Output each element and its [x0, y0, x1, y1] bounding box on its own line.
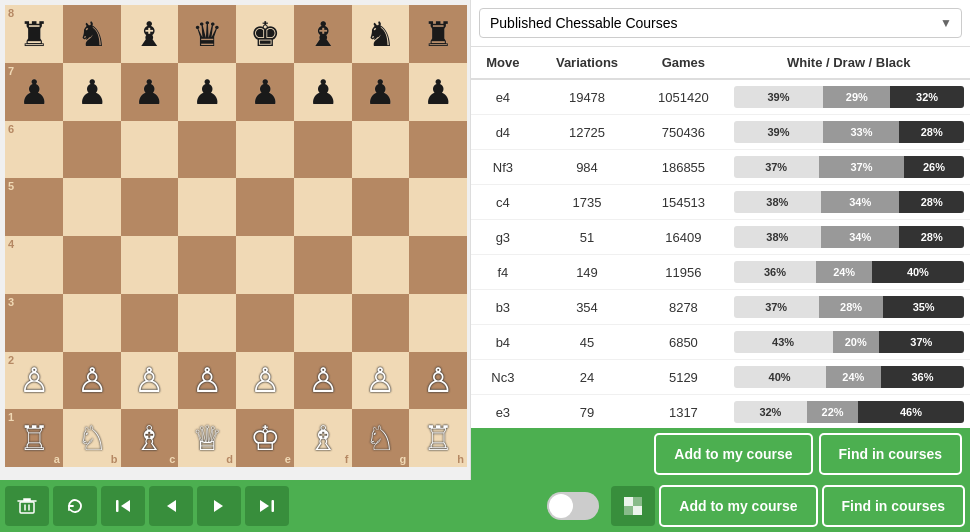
square-e4[interactable] [236, 236, 294, 294]
square-g8[interactable]: ♞ [352, 5, 410, 63]
table-row[interactable]: e379131732%22%46% [471, 395, 970, 429]
square-c6[interactable] [121, 121, 179, 179]
square-h3[interactable] [409, 294, 467, 352]
square-b5[interactable] [63, 178, 121, 236]
square-a6[interactable]: 6 [5, 121, 63, 179]
square-g2[interactable]: ♙ [352, 352, 410, 410]
square-c3[interactable] [121, 294, 179, 352]
table-row[interactable]: b3354827837%28%35% [471, 290, 970, 325]
square-f6[interactable] [294, 121, 352, 179]
square-h1[interactable]: h♖ [409, 409, 467, 467]
square-h5[interactable] [409, 178, 467, 236]
square-d1[interactable]: d♕ [178, 409, 236, 467]
variations-cell: 79 [535, 395, 640, 429]
square-b1[interactable]: b♘ [63, 409, 121, 467]
square-f5[interactable] [294, 178, 352, 236]
square-b7[interactable]: ♟ [63, 63, 121, 121]
square-h6[interactable] [409, 121, 467, 179]
square-h7[interactable]: ♟ [409, 63, 467, 121]
table-row[interactable]: d41272575043639%33%28% [471, 115, 970, 150]
first-move-button[interactable] [101, 486, 145, 526]
square-d6[interactable] [178, 121, 236, 179]
table-row[interactable]: c4173515451338%34%28% [471, 185, 970, 220]
square-f3[interactable] [294, 294, 352, 352]
square-d3[interactable] [178, 294, 236, 352]
square-a4[interactable]: 4 [5, 236, 63, 294]
square-d5[interactable] [178, 178, 236, 236]
square-e7[interactable]: ♟ [236, 63, 294, 121]
chess-board[interactable]: 8♜♞♝♛♚♝♞♜7♟♟♟♟♟♟♟♟65432♙♙♙♙♙♙♙♙1a♖b♘c♗d♕… [5, 5, 467, 467]
next-move-button[interactable] [197, 486, 241, 526]
square-f8[interactable]: ♝ [294, 5, 352, 63]
square-c8[interactable]: ♝ [121, 5, 179, 63]
square-c7[interactable]: ♟ [121, 63, 179, 121]
moves-table-wrapper[interactable]: Move Variations Games White / Draw / Bla… [471, 47, 970, 428]
square-h4[interactable] [409, 236, 467, 294]
board-icon-button[interactable] [611, 486, 655, 526]
delete-button[interactable] [5, 486, 49, 526]
square-a3[interactable]: 3 [5, 294, 63, 352]
square-c4[interactable] [121, 236, 179, 294]
prev-move-button[interactable] [149, 486, 193, 526]
refresh-button[interactable] [53, 486, 97, 526]
table-row[interactable]: Nf398418685537%37%26% [471, 150, 970, 185]
square-h8[interactable]: ♜ [409, 5, 467, 63]
course-dropdown[interactable]: Published Chessable CoursesMy CoursesAll… [479, 8, 962, 38]
square-g5[interactable] [352, 178, 410, 236]
piece-wP-b2: ♙ [77, 363, 107, 397]
table-row[interactable]: f41491195636%24%40% [471, 255, 970, 290]
square-g1[interactable]: g♘ [352, 409, 410, 467]
square-g7[interactable]: ♟ [352, 63, 410, 121]
square-d4[interactable] [178, 236, 236, 294]
wdl-black: 28% [899, 226, 964, 248]
square-b2[interactable]: ♙ [63, 352, 121, 410]
square-c2[interactable]: ♙ [121, 352, 179, 410]
games-cell: 186855 [639, 150, 727, 185]
square-b6[interactable] [63, 121, 121, 179]
square-b4[interactable] [63, 236, 121, 294]
toggle-switch[interactable] [547, 492, 599, 520]
square-g3[interactable] [352, 294, 410, 352]
square-g4[interactable] [352, 236, 410, 294]
file-label-d: d [226, 453, 233, 465]
square-b8[interactable]: ♞ [63, 5, 121, 63]
square-a7[interactable]: 7♟ [5, 63, 63, 121]
add-to-course-button[interactable]: Add to my course [654, 433, 812, 475]
square-e2[interactable]: ♙ [236, 352, 294, 410]
add-course-toolbar-button[interactable]: Add to my course [659, 485, 817, 527]
square-a8[interactable]: 8♜ [5, 5, 63, 63]
square-a2[interactable]: 2♙ [5, 352, 63, 410]
square-e3[interactable] [236, 294, 294, 352]
square-f7[interactable]: ♟ [294, 63, 352, 121]
square-e8[interactable]: ♚ [236, 5, 294, 63]
table-row[interactable]: e419478105142039%29%32% [471, 79, 970, 115]
square-b3[interactable] [63, 294, 121, 352]
square-f2[interactable]: ♙ [294, 352, 352, 410]
table-row[interactable]: b445685043%20%37% [471, 325, 970, 360]
square-a5[interactable]: 5 [5, 178, 63, 236]
square-e1[interactable]: e♔ [236, 409, 294, 467]
file-label-b: b [111, 453, 118, 465]
square-a1[interactable]: 1a♖ [5, 409, 63, 467]
square-f1[interactable]: f♗ [294, 409, 352, 467]
square-h2[interactable]: ♙ [409, 352, 467, 410]
svg-rect-1 [116, 500, 119, 512]
move-cell: Nc3 [471, 360, 535, 395]
square-e6[interactable] [236, 121, 294, 179]
find-courses-toolbar-button[interactable]: Find in courses [822, 485, 965, 527]
square-c5[interactable] [121, 178, 179, 236]
square-d7[interactable]: ♟ [178, 63, 236, 121]
square-c1[interactable]: c♗ [121, 409, 179, 467]
square-e5[interactable] [236, 178, 294, 236]
table-row[interactable]: g3511640938%34%28% [471, 220, 970, 255]
table-row[interactable]: Nc324512940%24%36% [471, 360, 970, 395]
square-d8[interactable]: ♛ [178, 5, 236, 63]
find-in-courses-button[interactable]: Find in courses [819, 433, 962, 475]
square-g6[interactable] [352, 121, 410, 179]
col-games: Games [639, 47, 727, 79]
square-f4[interactable] [294, 236, 352, 294]
last-move-button[interactable] [245, 486, 289, 526]
square-d2[interactable]: ♙ [178, 352, 236, 410]
piece-bP-e7: ♟ [250, 75, 280, 109]
piece-wP-c2: ♙ [134, 363, 164, 397]
